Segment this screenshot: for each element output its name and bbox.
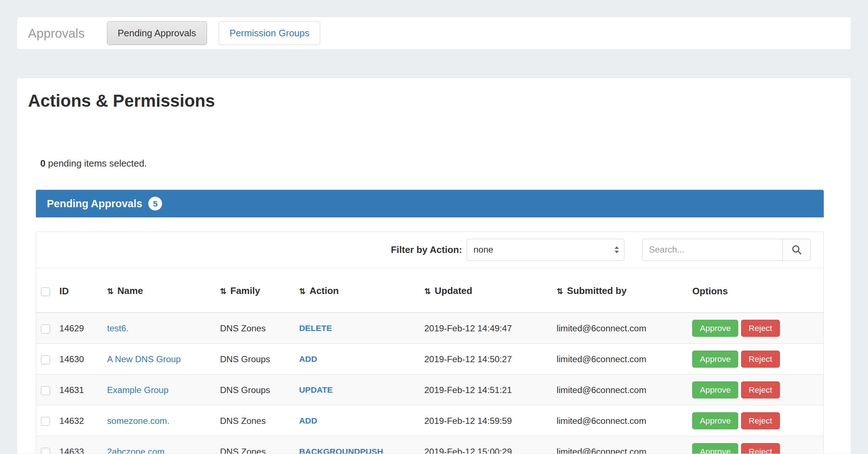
col-header-options: Options	[688, 268, 823, 313]
selected-count: 0	[40, 158, 45, 168]
tab-pending-approvals[interactable]: Pending Approvals	[107, 21, 207, 45]
action-filter-selected-value: none	[474, 245, 493, 255]
search-button[interactable]	[782, 239, 811, 261]
tab-permission-groups[interactable]: Permission Groups	[219, 21, 321, 45]
action-link[interactable]: ADD	[299, 416, 317, 425]
approve-button[interactable]: Approve	[692, 351, 738, 368]
table-row: 14631 Example Group DNS Groups UPDATE 20…	[36, 375, 824, 405]
name-link[interactable]: Example Group	[107, 385, 169, 395]
page-title: Approvals	[28, 26, 84, 41]
actions-permissions-card: Actions & Permissions 0 pending items se…	[17, 78, 851, 454]
name-link[interactable]: 2abczone.com.	[107, 447, 167, 454]
table-row: 14630 A New DNS Group DNS Groups ADD 201…	[36, 344, 824, 375]
cell-updated: 2019-Feb-12 14:51:21	[420, 375, 552, 405]
table-row: 14633 2abczone.com. DNS Zones BACKGROUND…	[36, 436, 824, 454]
cell-submitted-by: limited@6connect.com	[552, 375, 688, 405]
name-link[interactable]: A New DNS Group	[107, 354, 181, 364]
action-link[interactable]: DELETE	[299, 323, 332, 333]
row-checkbox[interactable]	[41, 386, 50, 395]
table-header-row: ID ⇅Name ⇅Family ⇅Action ⇅Updated ⇅Submi…	[36, 268, 824, 313]
cell-submitted-by: limited@6connect.com	[552, 436, 688, 454]
search-icon	[791, 244, 802, 255]
cell-submitted-by: limited@6connect.com	[552, 313, 688, 344]
col-header-id: ID	[55, 268, 103, 313]
reject-button[interactable]: Reject	[741, 412, 780, 429]
panel-title: Pending Approvals	[47, 198, 142, 210]
topbar: Approvals Pending Approvals Permission G…	[17, 17, 851, 50]
cell-id: 14629	[55, 313, 103, 344]
reject-button[interactable]: Reject	[741, 320, 780, 337]
cell-family: DNS Groups	[216, 375, 295, 405]
col-header-action[interactable]: ⇅Action	[295, 268, 420, 313]
row-checkbox[interactable]	[41, 355, 50, 364]
pending-count-badge: 5	[148, 197, 162, 210]
pending-approvals-panel-header: Pending Approvals 5	[36, 190, 824, 217]
table-row: 14632 somezone.com. DNS Zones ADD 2019-F…	[36, 405, 824, 436]
action-link[interactable]: BACKGROUNDPUSH	[299, 447, 383, 454]
col-header-family[interactable]: ⇅Family	[216, 268, 295, 313]
row-checkbox[interactable]	[41, 448, 50, 454]
col-header-name[interactable]: ⇅Name	[103, 268, 216, 313]
cell-family: DNS Zones	[216, 313, 295, 344]
approve-button[interactable]: Approve	[692, 381, 738, 398]
selected-count-label: pending items selected.	[45, 158, 147, 168]
name-link[interactable]: test6.	[107, 323, 129, 333]
col-header-updated[interactable]: ⇅Updated	[420, 268, 552, 313]
reject-button[interactable]: Reject	[741, 351, 780, 368]
select-arrows-icon	[615, 246, 619, 253]
cell-submitted-by: limited@6connect.com	[552, 344, 688, 375]
cell-family: DNS Zones	[216, 405, 295, 436]
sort-icon: ⇅	[557, 287, 563, 296]
name-link[interactable]: somezone.com.	[107, 416, 169, 426]
section-heading: Actions & Permissions	[28, 91, 840, 111]
approve-button[interactable]: Approve	[692, 320, 738, 337]
approvals-table: ID ⇅Name ⇅Family ⇅Action ⇅Updated ⇅Submi…	[36, 268, 824, 454]
cell-id: 14631	[55, 375, 103, 405]
cell-updated: 2019-Feb-12 14:59:59	[420, 405, 552, 436]
cell-family: DNS Zones	[216, 436, 295, 454]
cell-id: 14633	[55, 436, 103, 454]
row-checkbox[interactable]	[41, 417, 50, 426]
search-group	[642, 239, 811, 261]
col-header-select	[36, 268, 55, 313]
sort-icon: ⇅	[107, 287, 113, 296]
cell-submitted-by: limited@6connect.com	[552, 405, 688, 436]
action-link[interactable]: UPDATE	[299, 385, 332, 394]
sort-icon: ⇅	[220, 287, 227, 296]
table-row: 14629 test6. DNS Zones DELETE 2019-Feb-1…	[36, 313, 824, 344]
approve-button[interactable]: Approve	[692, 412, 738, 429]
cell-id: 14630	[55, 344, 103, 375]
selected-count-line: 0 pending items selected.	[40, 158, 840, 169]
filter-row: Filter by Action: none	[36, 232, 824, 268]
panel-body: Filter by Action: none	[36, 232, 824, 454]
reject-button[interactable]: Reject	[741, 381, 780, 398]
col-header-submitted-by[interactable]: ⇅Submitted by	[552, 268, 688, 313]
sort-icon: ⇅	[299, 287, 306, 296]
action-filter-select[interactable]: none	[467, 239, 624, 261]
row-checkbox[interactable]	[41, 324, 50, 333]
reject-button[interactable]: Reject	[741, 443, 780, 454]
cell-family: DNS Groups	[216, 344, 295, 375]
search-input[interactable]	[642, 239, 783, 261]
cell-updated: 2019-Feb-12 14:49:47	[420, 313, 552, 344]
filter-label: Filter by Action:	[391, 245, 462, 255]
cell-updated: 2019-Feb-12 14:50:27	[420, 344, 552, 375]
approvals-page: Approvals Pending Approvals Permission G…	[0, 17, 868, 454]
approve-button[interactable]: Approve	[692, 443, 738, 454]
action-link[interactable]: ADD	[299, 354, 317, 364]
select-all-checkbox[interactable]	[41, 287, 50, 296]
sort-icon: ⇅	[424, 287, 431, 296]
cell-id: 14632	[55, 405, 103, 436]
cell-updated: 2019-Feb-12 15:00:29	[420, 436, 552, 454]
